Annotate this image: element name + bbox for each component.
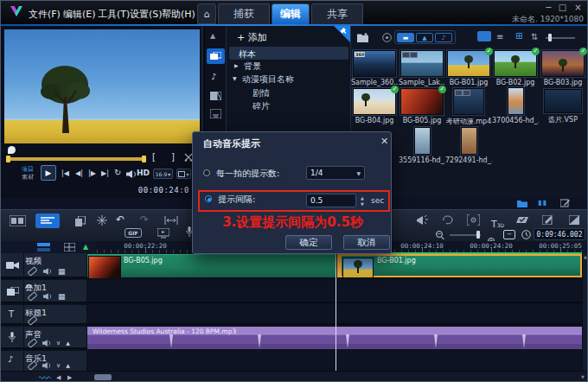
- tree-item-samples[interactable]: 样本: [229, 47, 348, 60]
- redo-button[interactable]: ↷: [140, 214, 149, 225]
- vertical-scrollbar[interactable]: ▲: [582, 253, 588, 371]
- track-lane[interactable]: [87, 280, 582, 302]
- interval-radio[interactable]: [205, 195, 212, 202]
- custom-motion-icon[interactable]: [442, 215, 453, 225]
- edit-pencil-icon[interactable]: [560, 199, 570, 207]
- track-header[interactable]: 视频 ▦: [24, 253, 87, 277]
- collapse-up-icon[interactable]: ▲: [210, 33, 215, 40]
- track-header[interactable]: 音乐1 ∨ ▲: [24, 351, 87, 371]
- filter-video-button[interactable]: ▬: [397, 33, 414, 42]
- screen-record-icon[interactable]: [157, 228, 169, 239]
- scroll-left-icon[interactable]: ◀: [56, 374, 61, 381]
- link-icon[interactable]: [27, 315, 37, 326]
- library-item[interactable]: ✓ BG-B03.jpg: [540, 50, 586, 86]
- ok-button[interactable]: 确定: [285, 235, 332, 250]
- tree-item-background[interactable]: 背景: [244, 60, 261, 73]
- dual-view-icon[interactable]: ▮▮: [538, 199, 547, 207]
- fit-timeline-button[interactable]: −: [503, 230, 515, 239]
- volume-icon[interactable]: [126, 170, 137, 178]
- rail-media-button[interactable]: [207, 48, 225, 64]
- trim-handle[interactable]: [337, 254, 342, 277]
- beats-select[interactable]: 1/4 ▼: [306, 166, 365, 180]
- track-volume-icon[interactable]: [42, 340, 51, 347]
- track-volume-icon[interactable]: [43, 268, 52, 275]
- loop-button[interactable]: ↻: [114, 168, 121, 177]
- library-item[interactable]: Sample_Lak...: [399, 50, 445, 86]
- timeline-playhead[interactable]: [336, 241, 336, 371]
- adjustment-icon[interactable]: [569, 215, 579, 225]
- preview-trim-bar[interactable]: [6, 157, 146, 161]
- close-button[interactable]: ×: [572, 3, 584, 12]
- scroll-right-icon[interactable]: ▶: [67, 374, 72, 381]
- menu-help[interactable]: 帮助(H): [162, 8, 195, 21]
- track-volume-icon[interactable]: [43, 293, 52, 300]
- library-item[interactable]: 3559116-hd_...: [399, 127, 445, 164]
- waveform-toggle-icon[interactable]: [39, 375, 51, 380]
- voice-over-icon[interactable]: [416, 215, 428, 226]
- fade-icon[interactable]: ▲: [66, 341, 70, 346]
- view-list-button[interactable]: ≡: [496, 32, 503, 41]
- menu-file[interactable]: 文件(F): [29, 8, 61, 21]
- track-volume-icon[interactable]: [42, 362, 51, 369]
- minimize-button[interactable]: −: [543, 3, 554, 12]
- go-start-button[interactable]: |◀: [61, 169, 69, 177]
- tab-capture[interactable]: 捕获: [218, 3, 270, 24]
- track-lane[interactable]: [87, 305, 582, 323]
- horizontal-scrollbar-handle[interactable]: [94, 374, 112, 380]
- timeline-view-button[interactable]: [35, 213, 60, 228]
- dialog-close-icon[interactable]: ✕: [380, 136, 388, 147]
- library-item[interactable]: 3700456-hd_...: [492, 87, 539, 124]
- trim-start-handle[interactable]: [6, 156, 10, 162]
- import-folder-icon[interactable]: [357, 33, 370, 42]
- rail-audio-button[interactable]: ♪: [211, 73, 216, 81]
- tree-item-story[interactable]: 剧情: [252, 87, 270, 99]
- link-icon[interactable]: [27, 266, 37, 277]
- mask-creator-icon[interactable]: [516, 215, 528, 225]
- sound-mixer-icon[interactable]: [97, 215, 107, 226]
- scroll-down-icon[interactable]: ▼: [581, 374, 585, 379]
- mode-project-toggle[interactable]: 项目: [22, 166, 34, 173]
- storyboard-view-icon[interactable]: [10, 215, 26, 226]
- add-folder-button[interactable]: + 添加: [237, 31, 267, 44]
- rail-title-button[interactable]: [210, 109, 221, 118]
- library-item[interactable]: ✓ BG-B04.jpg: [351, 88, 398, 124]
- link-icon[interactable]: [27, 360, 37, 371]
- filter-audio-button[interactable]: ♪: [435, 33, 452, 42]
- library-item[interactable]: 360 Sample_360...: [351, 50, 398, 86]
- cancel-button[interactable]: 取消: [343, 235, 390, 250]
- audio-clip[interactable]: Wilderness Studios Australia - 120 BPM.m…: [87, 327, 582, 349]
- tab-edit[interactable]: 编辑: [272, 3, 310, 24]
- aspect-ratio-button[interactable]: 16:9▾: [153, 169, 173, 179]
- track-lane[interactable]: BG-B05.jpg BG-B01.jpg: [87, 253, 582, 277]
- copy-icon[interactable]: [75, 216, 86, 226]
- timeline-clip-selected[interactable]: BG-B01.jpg: [337, 254, 582, 277]
- duck-icon[interactable]: ∨: [56, 363, 61, 369]
- tab-share[interactable]: 共享: [311, 3, 363, 24]
- menu-edit[interactable]: 编辑(E): [63, 8, 96, 21]
- trim-end-handle[interactable]: [142, 156, 146, 162]
- play-button[interactable]: ▶: [41, 165, 56, 181]
- fade-icon[interactable]: ▲: [66, 363, 70, 368]
- filter-photo-button[interactable]: ▲: [416, 33, 433, 42]
- disc-icon[interactable]: [382, 33, 392, 42]
- expander-expanded-icon[interactable]: ▼: [233, 76, 237, 81]
- library-item[interactable]: 选片.VSP: [540, 89, 586, 124]
- motion-tracking-icon[interactable]: [467, 214, 480, 226]
- transparency-icon[interactable]: ▦: [58, 293, 66, 301]
- undo-button[interactable]: ↶: [116, 214, 125, 225]
- mask-editor-icon[interactable]: [542, 215, 553, 225]
- zoom-out-icon[interactable]: −: [436, 231, 443, 238]
- menu-tools[interactable]: 工具(T): [98, 8, 130, 21]
- interval-spinner[interactable]: ▲▼: [358, 194, 367, 207]
- library-item[interactable]: 7292491-hd_...: [445, 127, 492, 164]
- thumb-size-slider-handle[interactable]: [548, 34, 552, 41]
- preview-playhead-marker[interactable]: [8, 146, 16, 154]
- track-header[interactable]: 声音 ∨ ▲: [24, 327, 87, 347]
- interval-input[interactable]: 0.5: [306, 194, 356, 207]
- track-header[interactable]: 标题1: [24, 305, 87, 323]
- prev-frame-button[interactable]: ◀|: [75, 169, 83, 177]
- track-lane[interactable]: [87, 351, 582, 371]
- clock-icon[interactable]: [521, 230, 531, 239]
- library-item[interactable]: ✓ BG-B05.jpg: [399, 88, 445, 124]
- track-manager-icon[interactable]: [37, 243, 50, 251]
